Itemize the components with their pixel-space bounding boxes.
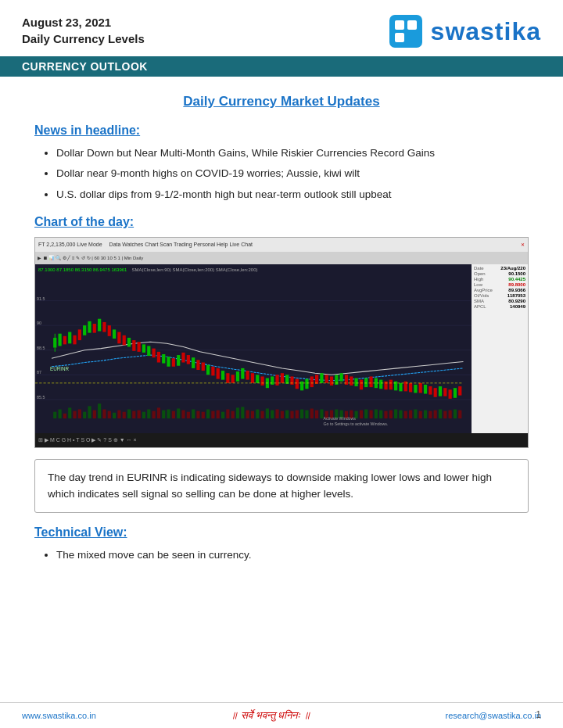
chart-svg: 91.5 90 88.5 87 85.5 bbox=[35, 275, 472, 433]
svg-rect-131 bbox=[206, 409, 210, 418]
svg-rect-135 bbox=[226, 409, 229, 418]
svg-rect-47 bbox=[202, 362, 205, 371]
svg-rect-112 bbox=[113, 413, 116, 418]
svg-rect-118 bbox=[142, 411, 145, 418]
chart-sma-text: SMA(Close,len:90) SMA(Close,len:200) SMA… bbox=[131, 267, 257, 272]
svg-rect-89 bbox=[409, 383, 412, 393]
svg-rect-139 bbox=[246, 410, 249, 418]
page-title: Daily Currency Market Updates bbox=[183, 94, 379, 109]
svg-rect-103 bbox=[68, 407, 71, 418]
news-item-1: Dollar Down but Near Multi-Month Gains, … bbox=[56, 145, 529, 161]
svg-rect-171 bbox=[404, 411, 407, 418]
svg-text:91.5: 91.5 bbox=[37, 296, 45, 300]
svg-rect-27 bbox=[102, 322, 106, 332]
svg-rect-167 bbox=[384, 411, 387, 418]
svg-rect-36 bbox=[147, 346, 150, 356]
svg-rect-143 bbox=[266, 408, 269, 418]
svg-rect-43 bbox=[181, 353, 185, 363]
svg-rect-165 bbox=[375, 409, 378, 418]
svg-rect-90 bbox=[414, 385, 417, 393]
news-section: News in headline: Dollar Down but Near M… bbox=[34, 124, 529, 203]
svg-rect-77 bbox=[350, 376, 353, 386]
svg-rect-141 bbox=[256, 409, 259, 418]
svg-rect-108 bbox=[93, 410, 96, 418]
svg-rect-61 bbox=[271, 376, 274, 385]
svg-rect-92 bbox=[424, 385, 427, 394]
svg-rect-83 bbox=[379, 379, 382, 389]
sidebar-oi-value: 1187053 bbox=[507, 293, 525, 298]
logo-text: swastika bbox=[431, 17, 541, 46]
sidebar-high-label: High bbox=[474, 277, 483, 282]
svg-rect-170 bbox=[399, 410, 402, 418]
svg-rect-2 bbox=[407, 20, 417, 30]
header: August 23, 2021 Daily Currency Levels sw… bbox=[0, 0, 563, 56]
svg-rect-102 bbox=[63, 414, 66, 418]
sidebar-low-row: Low 89.8000 bbox=[474, 282, 525, 287]
news-item-2: Dollar near 9-month highs on COVID-19 wo… bbox=[56, 166, 529, 181]
svg-rect-32 bbox=[127, 338, 131, 347]
svg-rect-148 bbox=[290, 411, 293, 418]
svg-rect-107 bbox=[88, 406, 91, 418]
svg-rect-71 bbox=[320, 373, 323, 383]
sidebar-low-value: 89.8000 bbox=[508, 282, 525, 287]
svg-rect-173 bbox=[414, 409, 417, 418]
chart-close-icon[interactable]: ✕ bbox=[521, 242, 525, 247]
svg-rect-78 bbox=[354, 378, 357, 386]
svg-rect-42 bbox=[177, 355, 180, 366]
sidebar-apcl-row: APCL 140949 bbox=[474, 304, 525, 309]
chart-toolbar-text: FT 2,2,135,000 Live Mode bbox=[38, 242, 102, 247]
svg-rect-146 bbox=[281, 411, 284, 418]
page: August 23, 2021 Daily Currency Levels sw… bbox=[0, 0, 563, 728]
svg-rect-73 bbox=[330, 376, 333, 386]
svg-rect-104 bbox=[73, 411, 76, 418]
svg-rect-37 bbox=[152, 348, 156, 357]
svg-rect-122 bbox=[162, 410, 165, 418]
sidebar-high-value: 90.4425 bbox=[508, 277, 525, 282]
svg-rect-80 bbox=[364, 378, 368, 387]
svg-rect-137 bbox=[236, 407, 239, 418]
svg-rect-174 bbox=[419, 411, 422, 418]
footer-left[interactable]: www.swastika.co.in bbox=[22, 711, 96, 720]
svg-rect-30 bbox=[117, 332, 120, 343]
sidebar-sma-label: SMA bbox=[474, 299, 484, 303]
svg-rect-134 bbox=[221, 411, 224, 418]
svg-rect-19 bbox=[63, 336, 66, 345]
sidebar-open-value: 90.1500 bbox=[508, 271, 525, 276]
svg-rect-106 bbox=[83, 411, 86, 418]
chart-eurinr-label: EURINR bbox=[50, 366, 70, 371]
sidebar-sma-row: SMA 80.9290 bbox=[474, 299, 525, 303]
chart-section: Chart of the day: FT 2,2,135,000 Live Mo… bbox=[34, 215, 529, 448]
info-box: The day trend in EURINR is indicating si… bbox=[34, 459, 529, 513]
svg-rect-84 bbox=[384, 381, 387, 389]
news-list: Dollar Down but Near Multi-Month Gains, … bbox=[56, 145, 529, 203]
svg-rect-75 bbox=[340, 373, 343, 382]
activate-go-to-settings-text: Go to Settings to activate Windows. bbox=[323, 421, 388, 425]
volume-bars bbox=[53, 403, 461, 418]
svg-rect-180 bbox=[449, 410, 452, 418]
footer-right[interactable]: research@swastika.co.in bbox=[446, 711, 541, 720]
svg-rect-50 bbox=[217, 368, 220, 379]
svg-rect-64 bbox=[285, 375, 289, 384]
svg-rect-25 bbox=[93, 324, 96, 333]
svg-rect-39 bbox=[162, 354, 165, 364]
footer-center: ॥ सर्वे भवन्तु धनिनः ॥ bbox=[231, 709, 310, 722]
svg-rect-119 bbox=[147, 409, 150, 418]
svg-rect-164 bbox=[369, 410, 372, 418]
svg-rect-117 bbox=[138, 410, 141, 418]
news-item-3: U.S. dollar dips from 9-1/2-month high b… bbox=[56, 187, 529, 203]
svg-rect-152 bbox=[310, 408, 314, 418]
svg-rect-181 bbox=[454, 409, 457, 418]
sidebar-oi-label: OI/Vols bbox=[474, 293, 489, 298]
svg-rect-136 bbox=[231, 411, 235, 418]
svg-rect-53 bbox=[231, 375, 235, 383]
chart-toolbar: FT 2,2,135,000 Live Mode Data Watches Ch… bbox=[35, 238, 528, 252]
technical-section: Technical View: The mixed move can be se… bbox=[34, 525, 529, 563]
svg-text:88.5: 88.5 bbox=[37, 345, 45, 350]
svg-rect-68 bbox=[305, 378, 308, 389]
footer: www.swastika.co.in ॥ सर्वे भवन्तु धनिनः … bbox=[0, 702, 563, 728]
svg-rect-40 bbox=[167, 357, 170, 367]
chart-price-text: 87.1000 87.1850 86.3150 86.9475 163961 bbox=[38, 267, 127, 272]
svg-rect-121 bbox=[157, 407, 160, 418]
chart-bottom-bar: ⊞ ▶ M C G H • T S O ▶ ✎ ? S ⊕ ▼ ↔ × bbox=[35, 433, 528, 447]
svg-rect-105 bbox=[78, 409, 81, 418]
